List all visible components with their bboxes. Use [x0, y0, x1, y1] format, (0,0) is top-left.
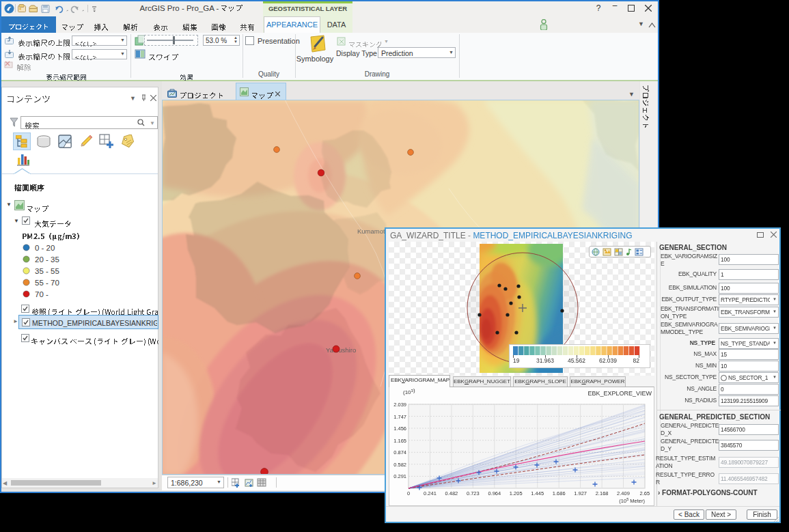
svg-text:1.205: 1.205: [510, 490, 523, 496]
svg-text:0.582: 0.582: [393, 462, 406, 468]
svg-text:0.482: 0.482: [445, 490, 458, 496]
svg-text:2.039: 2.039: [393, 402, 406, 408]
svg-text:0.874: 0.874: [393, 449, 406, 456]
svg-text:0.723: 0.723: [467, 490, 480, 496]
svg-text:1.445: 1.445: [531, 490, 544, 496]
svg-text:(103): (103): [403, 387, 415, 395]
svg-text:1.686: 1.686: [553, 490, 566, 496]
svg-text:2.65: 2.65: [640, 490, 650, 496]
svg-text:Yatsushiro: Yatsushiro: [326, 346, 356, 354]
svg-text:0.241: 0.241: [424, 490, 437, 496]
svg-text:1.456: 1.456: [393, 425, 406, 432]
svg-text:0.291: 0.291: [393, 473, 406, 479]
svg-text:(105 Meter): (105 Meter): [619, 497, 645, 504]
svg-text:2.409: 2.409: [617, 490, 630, 496]
svg-text:1.165: 1.165: [393, 438, 406, 444]
svg-text:1.927: 1.927: [574, 490, 587, 496]
svg-text:2.168: 2.168: [596, 490, 609, 496]
svg-text:0: 0: [407, 490, 410, 496]
svg-text:0.964: 0.964: [488, 490, 501, 496]
svg-text:1.747: 1.747: [393, 414, 406, 420]
svg-text:EBK_EXPLORE_VIEW: EBK_EXPLORE_VIEW: [587, 390, 652, 397]
